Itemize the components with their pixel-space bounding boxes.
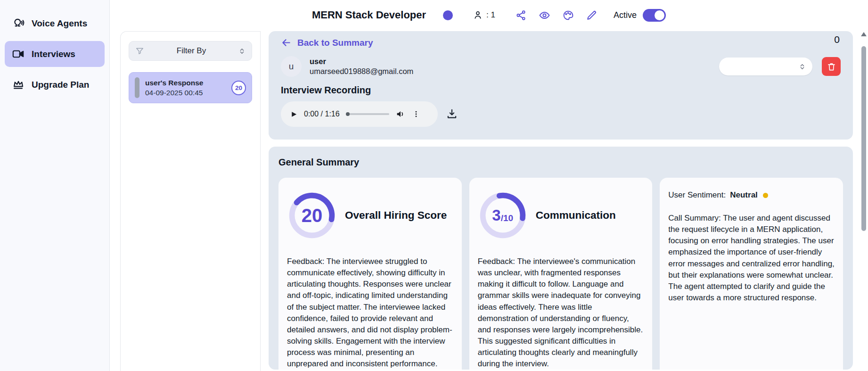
sidebar-item-label: Interviews bbox=[32, 49, 75, 59]
general-summary-heading: General Summary bbox=[278, 157, 843, 168]
card-title: Overall Hiring Score bbox=[345, 209, 447, 222]
crown-icon bbox=[12, 78, 25, 91]
response-select[interactable] bbox=[719, 58, 812, 75]
sentiment-value: Neutral bbox=[730, 190, 758, 200]
attendee-count: : 1 bbox=[473, 10, 495, 20]
call-summary-text: Call Summary: The user and agent discuss… bbox=[668, 213, 835, 304]
card-title: Communication bbox=[536, 209, 616, 222]
app-window: Voice Agents Interviews Upgrade Plan MER… bbox=[0, 0, 868, 371]
response-date: 04-09-2025 00:45 bbox=[145, 89, 203, 97]
response-score-badge: 20 bbox=[231, 81, 246, 95]
active-toggle[interactable] bbox=[643, 9, 666, 22]
hiring-score-gauge: 20 bbox=[287, 190, 337, 240]
funnel-icon bbox=[135, 47, 144, 56]
scrollbar-up-arrow[interactable] bbox=[861, 32, 867, 36]
trash-icon bbox=[827, 62, 836, 72]
chevron-up-down-icon bbox=[799, 63, 806, 70]
back-to-summary-label: Back to Summary bbox=[297, 38, 373, 48]
delete-response-button[interactable] bbox=[822, 57, 841, 76]
status-dot bbox=[443, 10, 453, 20]
volume-icon[interactable] bbox=[395, 109, 406, 119]
filter-by-dropdown[interactable]: Filter By bbox=[129, 41, 252, 61]
kebab-menu-icon[interactable] bbox=[412, 110, 420, 118]
video-camera-icon bbox=[12, 48, 25, 60]
counter-value: 0 bbox=[834, 34, 840, 45]
download-icon[interactable] bbox=[446, 108, 458, 120]
communication-gauge: 3/10 bbox=[478, 190, 528, 240]
person-icon bbox=[473, 10, 483, 20]
play-icon[interactable] bbox=[290, 110, 298, 119]
communication-card: 3/10 Communication Feedback: The intervi… bbox=[469, 178, 653, 370]
page-title: MERN Stack Developer bbox=[312, 9, 426, 21]
scrollbar-thumb[interactable] bbox=[861, 46, 866, 231]
sidebar-item-voice-agents[interactable]: Voice Agents bbox=[5, 10, 105, 36]
sidebar-item-interviews[interactable]: Interviews bbox=[5, 41, 105, 67]
responses-panel: Filter By user's Response 04-09-2025 00:… bbox=[120, 31, 261, 371]
topbar: MERN Stack Developer : 1 bbox=[110, 0, 868, 30]
sentiment-label: User Sentiment: bbox=[668, 190, 726, 200]
response-list-item[interactable]: user's Response 04-09-2025 00:45 20 bbox=[129, 72, 252, 103]
share-icon[interactable] bbox=[515, 9, 527, 21]
sentiment-dot-icon bbox=[763, 193, 768, 198]
filter-by-label: Filter By bbox=[144, 46, 238, 56]
overall-hiring-score-card: 20 Overall Hiring Score Feedback: The in… bbox=[278, 178, 462, 370]
audio-time: 0:00 / 1:16 bbox=[304, 110, 340, 118]
user-email: umarseed019888@gmail.com bbox=[310, 67, 413, 76]
attendee-count-label: : 1 bbox=[486, 10, 495, 20]
communication-feedback: Feedback: The interviewee's communicatio… bbox=[478, 256, 644, 370]
sidebar: Voice Agents Interviews Upgrade Plan bbox=[0, 0, 110, 371]
palette-icon[interactable] bbox=[562, 9, 574, 21]
voice-waves-icon bbox=[12, 17, 25, 30]
active-label: Active bbox=[614, 10, 637, 20]
toggle-knob bbox=[655, 10, 664, 20]
pencil-icon[interactable] bbox=[586, 9, 598, 21]
chevron-up-down-icon bbox=[238, 48, 246, 55]
hiring-score-feedback: Feedback: The interviewee struggled to c… bbox=[287, 256, 453, 370]
back-to-summary-link[interactable]: Back to Summary bbox=[281, 37, 373, 48]
recording-heading: Interview Recording bbox=[281, 85, 841, 96]
sidebar-item-upgrade-plan[interactable]: Upgrade Plan bbox=[5, 72, 105, 98]
response-header-card: 0 Back to Summary u user umarseed019888@… bbox=[269, 31, 853, 140]
communication-score-max: /10 bbox=[501, 213, 513, 223]
general-summary-card: General Summary 20 Overall Hiring Score bbox=[269, 147, 853, 370]
hiring-score-value: 20 bbox=[302, 205, 323, 226]
communication-score-value: 3 bbox=[492, 206, 500, 224]
detail-area: 0 Back to Summary u user umarseed019888@… bbox=[269, 31, 853, 370]
window-scrollbar[interactable] bbox=[860, 28, 868, 371]
sidebar-item-label: Upgrade Plan bbox=[32, 80, 89, 90]
audio-seek-bar[interactable] bbox=[346, 113, 389, 115]
avatar: u bbox=[281, 56, 302, 77]
arrow-left-icon bbox=[281, 37, 292, 48]
user-name: user bbox=[310, 57, 413, 66]
response-drag-handle bbox=[135, 77, 139, 98]
sidebar-item-label: Voice Agents bbox=[32, 18, 87, 29]
sentiment-summary-card: User Sentiment: Neutral Call Summary: Th… bbox=[660, 178, 843, 370]
eye-icon[interactable] bbox=[539, 9, 550, 21]
response-title: user's Response bbox=[145, 79, 203, 87]
audio-player[interactable]: 0:00 / 1:16 bbox=[281, 101, 438, 127]
